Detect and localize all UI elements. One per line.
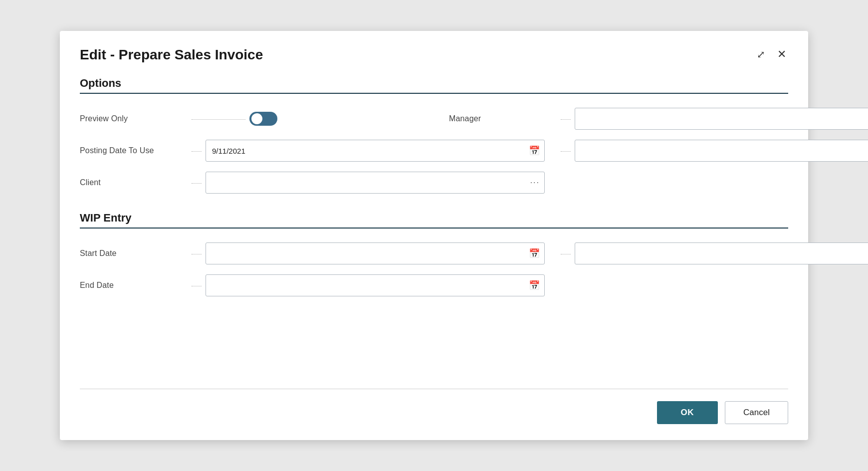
end-date-row: End Date 📅: [80, 274, 419, 296]
end-date-label: End Date: [80, 281, 190, 290]
posting-date-input[interactable]: [206, 140, 545, 162]
client-label: Client: [80, 178, 190, 187]
dialog-container: Edit - Prepare Sales Invoice ⤢ ✕ Options…: [60, 31, 808, 440]
wip-entry-divider: [80, 228, 788, 229]
entry-type-select[interactable]: [575, 242, 868, 264]
start-date-input[interactable]: [206, 242, 545, 264]
dialog-title: Edit - Prepare Sales Invoice: [80, 47, 263, 63]
matter-dotted-spacer: [561, 151, 571, 152]
client-row: Client ···: [80, 172, 419, 194]
manager-row: Manager ⌄: [449, 108, 788, 130]
entry-type-select-wrapper: ⌄: [575, 242, 868, 264]
client-wrapper: ···: [206, 172, 545, 194]
start-date-label: Start Date: [80, 249, 190, 258]
client-dotted-spacer: [192, 183, 202, 184]
close-button[interactable]: ✕: [775, 47, 788, 62]
expand-button[interactable]: ⤢: [755, 47, 767, 62]
matter-wrapper: ···: [575, 140, 868, 162]
header-icons: ⤢ ✕: [755, 47, 788, 62]
options-form-grid: Preview Only Manager ⌄: [80, 108, 788, 194]
dialog-header: Edit - Prepare Sales Invoice ⤢ ✕: [80, 47, 788, 63]
end-date-dotted-spacer: [192, 286, 202, 286]
entry-type-dotted-spacer: [561, 254, 571, 254]
options-section: Options Preview Only Manager: [80, 77, 788, 194]
manager-label: Manager: [449, 114, 559, 123]
preview-only-toggle-wrapper: [249, 112, 419, 126]
start-date-row: Start Date 📅: [80, 242, 419, 264]
close-icon: ✕: [777, 48, 786, 60]
options-divider: [80, 93, 788, 94]
wip-entry-section-title: WIP Entry: [80, 212, 788, 225]
preview-only-row: Preview Only: [80, 108, 419, 130]
preview-only-label: Preview Only: [80, 114, 190, 123]
wip-entry-section: WIP Entry Start Date 📅 Entry Type: [80, 212, 788, 296]
dialog-footer: OK Cancel: [80, 401, 788, 424]
footer-divider: [80, 389, 788, 389]
cancel-button[interactable]: Cancel: [725, 401, 788, 424]
wip-entry-form-grid: Start Date 📅 Entry Type ⌄: [80, 242, 788, 296]
manager-select[interactable]: [575, 108, 868, 130]
manager-select-wrapper: ⌄: [575, 108, 868, 130]
expand-icon: ⤢: [757, 49, 765, 60]
preview-only-toggle[interactable]: [249, 112, 277, 126]
ok-button[interactable]: OK: [657, 401, 718, 424]
posting-date-dotted-spacer: [192, 151, 202, 152]
matter-input[interactable]: [575, 140, 868, 162]
manager-dotted-spacer: [561, 119, 571, 120]
start-date-wrapper: 📅: [206, 242, 545, 264]
options-section-title: Options: [80, 77, 788, 90]
posting-date-label: Posting Date To Use: [80, 146, 190, 155]
toggle-slider: [249, 112, 277, 126]
preview-only-dotted-spacer: [192, 119, 245, 120]
posting-date-wrapper: 📅: [206, 140, 545, 162]
client-input[interactable]: [206, 172, 545, 194]
start-date-dotted-spacer: [192, 254, 202, 254]
posting-date-row: Posting Date To Use 📅: [80, 140, 419, 162]
end-date-wrapper: 📅: [206, 274, 545, 296]
end-date-input[interactable]: [206, 274, 545, 296]
